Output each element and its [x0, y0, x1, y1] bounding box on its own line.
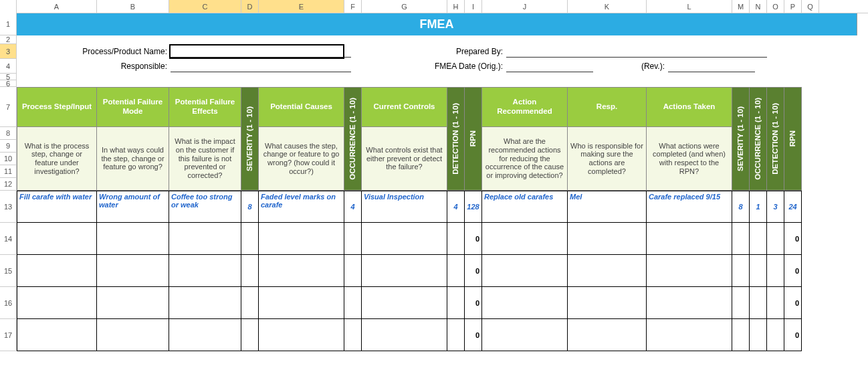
cell-occurrence2[interactable] — [750, 287, 767, 319]
cell-process[interactable]: Fill carafe with water — [17, 191, 97, 223]
row-header-16[interactable]: 16 — [0, 287, 17, 319]
col-header-F[interactable]: F — [344, 0, 362, 13]
col-header-B[interactable]: B — [97, 0, 169, 13]
col-header-P[interactable]: P — [784, 0, 802, 13]
select-all-corner[interactable] — [0, 0, 17, 13]
row-header-6[interactable]: 6 — [0, 80, 17, 87]
col-header-G[interactable]: G — [362, 0, 447, 13]
row-header-15[interactable]: 15 — [0, 255, 17, 287]
cell-process[interactable] — [17, 319, 97, 351]
row-header-4[interactable]: 4 — [0, 59, 17, 74]
cell-process[interactable] — [17, 255, 97, 287]
col-header-D[interactable]: D — [241, 0, 259, 13]
cell-action[interactable] — [482, 319, 568, 351]
cell-mode[interactable] — [97, 319, 169, 351]
cell-detection[interactable]: 4 — [447, 191, 465, 223]
cell-causes[interactable] — [259, 319, 344, 351]
cell-severity2[interactable] — [732, 319, 750, 351]
input-rev[interactable] — [668, 60, 755, 72]
row-header-10[interactable]: 10 — [0, 153, 17, 165]
col-header-L[interactable]: L — [647, 0, 732, 13]
cell-controls[interactable] — [362, 255, 447, 287]
cell-taken[interactable] — [647, 255, 732, 287]
row-header-13[interactable]: 13 — [0, 191, 17, 223]
col-header-I[interactable]: I — [465, 0, 482, 13]
cell-resp[interactable] — [568, 255, 647, 287]
row-header-17[interactable]: 17 — [0, 319, 17, 351]
cell-rpn[interactable]: 0 — [465, 287, 482, 319]
cell-taken[interactable]: Carafe replaced 9/15 — [647, 191, 732, 223]
cell-detection[interactable] — [447, 319, 465, 351]
cell-occurrence2[interactable] — [750, 319, 767, 351]
row-header-14[interactable]: 14 — [0, 223, 17, 255]
row-header-8[interactable]: 8 — [0, 127, 17, 140]
row-header-9[interactable]: 9 — [0, 140, 17, 153]
cell-occurrence[interactable] — [344, 255, 362, 287]
row-header-3[interactable]: 3 — [0, 44, 17, 59]
cell-rpn[interactable]: 128 — [465, 191, 482, 223]
cell-causes[interactable] — [259, 287, 344, 319]
cell-occurrence2[interactable] — [750, 255, 767, 287]
cell-detection2[interactable] — [767, 287, 784, 319]
col-header-K[interactable]: K — [568, 0, 647, 13]
input-responsible[interactable] — [171, 60, 351, 72]
cell-controls[interactable] — [362, 223, 447, 255]
cell-detection[interactable] — [447, 223, 465, 255]
cell-severity[interactable] — [241, 319, 259, 351]
cell-rpn[interactable]: 0 — [465, 223, 482, 255]
cell-rpn2[interactable]: 0 — [784, 319, 802, 351]
cell-occurrence[interactable] — [344, 223, 362, 255]
input-process-name[interactable] — [171, 45, 351, 58]
cell-detection[interactable] — [447, 255, 465, 287]
cell-severity2[interactable] — [732, 255, 750, 287]
col-header-N[interactable]: N — [750, 0, 767, 13]
cell-process[interactable] — [17, 223, 97, 255]
cell-resp[interactable]: Mel — [568, 191, 647, 223]
row-header-7[interactable]: 7 — [0, 87, 17, 127]
cell-controls[interactable] — [362, 319, 447, 351]
cell-rpn[interactable]: 0 — [465, 319, 482, 351]
cell-severity[interactable] — [241, 287, 259, 319]
col-header-C[interactable]: C — [169, 0, 241, 13]
input-prepared-by[interactable] — [506, 45, 767, 58]
cell-occurrence[interactable] — [344, 319, 362, 351]
cell-resp[interactable] — [568, 223, 647, 255]
cell-occurrence2[interactable] — [750, 223, 767, 255]
row-header-11[interactable]: 11 — [0, 165, 17, 178]
cell-rpn2[interactable]: 24 — [784, 191, 802, 223]
cell-action[interactable] — [482, 287, 568, 319]
cell-taken[interactable] — [647, 223, 732, 255]
cell-taken[interactable] — [647, 319, 732, 351]
input-fmea-date[interactable] — [506, 60, 593, 72]
cell-detection[interactable] — [447, 287, 465, 319]
cell-effects[interactable] — [169, 223, 241, 255]
cell-action[interactable]: Replace old carafes — [482, 191, 568, 223]
col-header-Q[interactable]: Q — [802, 0, 819, 13]
cell-resp[interactable] — [568, 319, 647, 351]
cell-controls[interactable] — [362, 287, 447, 319]
cell-rpn2[interactable]: 0 — [784, 287, 802, 319]
cell-causes[interactable]: Faded level marks on carafe — [259, 191, 344, 223]
col-header-M[interactable]: M — [732, 0, 750, 13]
cell-effects[interactable] — [169, 319, 241, 351]
cell-rpn2[interactable]: 0 — [784, 255, 802, 287]
cell-action[interactable] — [482, 255, 568, 287]
cell-detection2[interactable] — [767, 223, 784, 255]
col-header-A[interactable]: A — [17, 0, 97, 13]
row-header-12[interactable]: 12 — [0, 178, 17, 191]
cell-severity[interactable] — [241, 223, 259, 255]
cell-resp[interactable] — [568, 287, 647, 319]
cell-mode[interactable] — [97, 287, 169, 319]
cell-occurrence2[interactable]: 1 — [750, 191, 767, 223]
row-header-2[interactable]: 2 — [0, 35, 17, 44]
cell-process[interactable] — [17, 287, 97, 319]
cell-causes[interactable] — [259, 255, 344, 287]
grid-area[interactable]: FMEA Process/Product Name: Prepared By: … — [17, 13, 861, 351]
cell-effects[interactable] — [169, 287, 241, 319]
cell-action[interactable] — [482, 223, 568, 255]
cell-rpn[interactable]: 0 — [465, 255, 482, 287]
cell-severity[interactable] — [241, 255, 259, 287]
col-header-O[interactable]: O — [767, 0, 784, 13]
cell-occurrence[interactable] — [344, 287, 362, 319]
cell-mode[interactable] — [97, 255, 169, 287]
